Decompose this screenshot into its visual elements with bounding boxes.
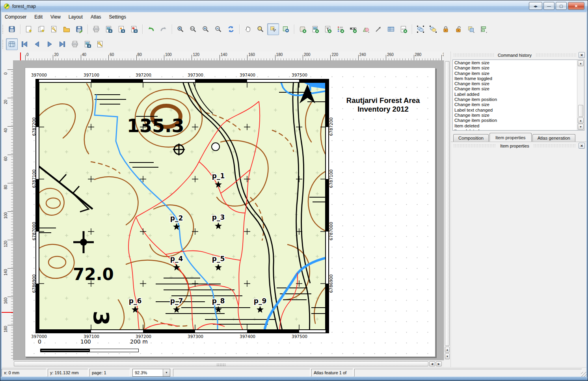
history-scroll-up-icon[interactable]: ▲: [578, 60, 584, 66]
tab-atlas-generation[interactable]: Atlas generation: [532, 134, 575, 142]
history-scroll-up2-icon[interactable]: ▲: [578, 118, 584, 123]
menu-settings[interactable]: Settings: [105, 13, 130, 21]
save-project-button[interactable]: [6, 23, 18, 35]
history-scroll-down-icon[interactable]: ▼: [578, 124, 584, 130]
atlas-settings-button[interactable]: [94, 38, 106, 50]
add-html-frame-button[interactable]: </>: [398, 23, 409, 35]
vscroll-thumb[interactable]: [445, 61, 450, 346]
print-button[interactable]: [90, 23, 102, 35]
zoom-1-1-button[interactable]: 1:1: [187, 23, 199, 35]
first-feature-button[interactable]: [19, 38, 30, 50]
add-image-button[interactable]: [309, 23, 321, 35]
align-items-button[interactable]: [478, 23, 489, 35]
zoom-in-button[interactable]: [200, 23, 212, 35]
group-items-button[interactable]: [415, 23, 426, 35]
item-properties-header[interactable]: Item properties ✕: [451, 142, 586, 149]
title-bar[interactable]: forest_map ◂▸ — ▢ ✕: [0, 0, 588, 13]
next-feature-button[interactable]: [44, 38, 56, 50]
command-history-item[interactable]: Item frame toggled: [453, 76, 577, 81]
command-history-item[interactable]: Label text changed: [453, 108, 577, 113]
add-basic-shape-button[interactable]: [360, 23, 372, 35]
raise-items-icon: [467, 25, 475, 33]
command-history-item[interactable]: Change item size: [453, 86, 577, 92]
menu-atlas[interactable]: Atlas: [87, 13, 105, 21]
map-item[interactable]: 135.3 72.0 3 p_1 p_2 p_3 p_4 p_5 p_6 p_7…: [35, 79, 329, 333]
menu-composer[interactable]: Composer: [1, 13, 30, 21]
command-history-item[interactable]: Item deleted: [453, 123, 577, 129]
select-move-item-button[interactable]: [267, 23, 279, 35]
previous-feature-button[interactable]: [31, 38, 43, 50]
grid-coord-left: 6786900: [32, 272, 36, 295]
composition-canvas[interactable]: 135.3 72.0 3 p_1 p_2 p_3 p_4 p_5 p_6 p_7…: [13, 60, 444, 360]
hscroll-thumb[interactable]: [14, 361, 428, 366]
export-as-image-button[interactable]: [103, 23, 115, 35]
command-history-header[interactable]: Command history ✕: [451, 52, 586, 58]
scroll-down-button[interactable]: ▼: [445, 353, 450, 359]
minimize-button[interactable]: —: [543, 2, 555, 10]
window-extra-button[interactable]: ◂▸: [529, 2, 542, 10]
command-history-item[interactable]: Change item size: [453, 71, 577, 76]
command-history-item[interactable]: Change item size: [453, 113, 577, 118]
lock-items-button[interactable]: [440, 23, 452, 35]
refresh-view-button[interactable]: [225, 23, 237, 35]
add-legend-button[interactable]: [335, 23, 346, 35]
canvas-horizontal-scrollbar[interactable]: ◀ ▶: [13, 360, 444, 367]
command-history-item[interactable]: Change item size: [453, 60, 577, 65]
add-attribute-table-button[interactable]: [385, 23, 397, 35]
command-history-list[interactable]: Change item sizeChange item sizeChange i…: [452, 60, 584, 131]
unlock-items-button[interactable]: [452, 23, 464, 35]
elevation-label: 135.3: [127, 115, 184, 136]
add-label-button[interactable]: T: [322, 23, 334, 35]
scalebar-item[interactable]: [40, 349, 139, 352]
save-as-template-button[interactable]: [73, 23, 85, 35]
command-history-item[interactable]: Change item position: [453, 97, 577, 102]
maximize-button[interactable]: ▢: [556, 2, 567, 10]
new-composition-button[interactable]: [23, 23, 35, 35]
export-as-pdf-button[interactable]: [128, 23, 140, 35]
zoom-level-combo[interactable]: 92.3% ▼: [132, 369, 170, 377]
scroll-up-button[interactable]: ▲: [445, 347, 450, 353]
tab-composition[interactable]: Composition: [453, 134, 489, 142]
move-item-content-button[interactable]: [280, 23, 292, 35]
history-scrollbar[interactable]: ▲ ▲ ▼: [577, 60, 584, 130]
composer-page[interactable]: 135.3 72.0 3 p_1 p_2 p_3 p_4 p_5 p_6 p_7…: [25, 67, 435, 357]
composition-manager-button[interactable]: [48, 23, 60, 35]
print-atlas-button[interactable]: [69, 38, 81, 50]
command-history-item[interactable]: Change item size: [453, 65, 577, 71]
duplicate-composition-button[interactable]: [35, 23, 47, 35]
zoom-tool-button[interactable]: [255, 23, 266, 35]
undo-button[interactable]: [145, 23, 157, 35]
combo-dropdown-icon[interactable]: ▼: [163, 369, 170, 376]
zoom-full-button[interactable]: [175, 23, 186, 35]
history-scroll-thumb[interactable]: [578, 105, 583, 117]
raise-items-button[interactable]: [465, 23, 477, 35]
command-history-close-icon[interactable]: ✕: [579, 52, 585, 58]
load-from-template-button[interactable]: [61, 23, 73, 35]
add-new-map-button[interactable]: [297, 23, 309, 35]
menu-edit[interactable]: Edit: [30, 13, 47, 21]
command-history-item[interactable]: Item deleted: [453, 129, 577, 131]
item-properties-close-icon[interactable]: ✕: [579, 143, 585, 149]
close-button[interactable]: ✕: [568, 2, 584, 10]
zoom-out-button[interactable]: [212, 23, 224, 35]
ungroup-items-button[interactable]: [427, 23, 439, 35]
command-history-item[interactable]: Change item size: [453, 102, 577, 107]
command-history-item[interactable]: Label added: [453, 92, 577, 97]
pan-button[interactable]: [242, 23, 254, 35]
command-history-item[interactable]: Change item position: [453, 118, 577, 123]
last-feature-button[interactable]: [56, 38, 68, 50]
preview-atlas-button[interactable]: [6, 38, 18, 50]
map-title-item[interactable]: Rautjarvi Forest Area Inventory 2012: [338, 96, 428, 114]
export-as-svg-button[interactable]: [115, 23, 127, 35]
command-history-item[interactable]: Change item size: [453, 81, 577, 86]
add-arrow-button[interactable]: [372, 23, 384, 35]
redo-button[interactable]: [158, 23, 169, 35]
menu-view[interactable]: View: [47, 13, 65, 21]
canvas-vertical-scrollbar[interactable]: ▲ ▼: [444, 60, 450, 360]
scroll-left-button[interactable]: ◀: [429, 361, 435, 366]
menu-layout[interactable]: Layout: [65, 13, 87, 21]
add-scalebar-button[interactable]: [347, 23, 359, 35]
export-atlas-button[interactable]: [82, 38, 93, 50]
tab-item-properties[interactable]: Item properties: [489, 133, 532, 142]
scroll-right-button[interactable]: ▶: [436, 361, 442, 366]
